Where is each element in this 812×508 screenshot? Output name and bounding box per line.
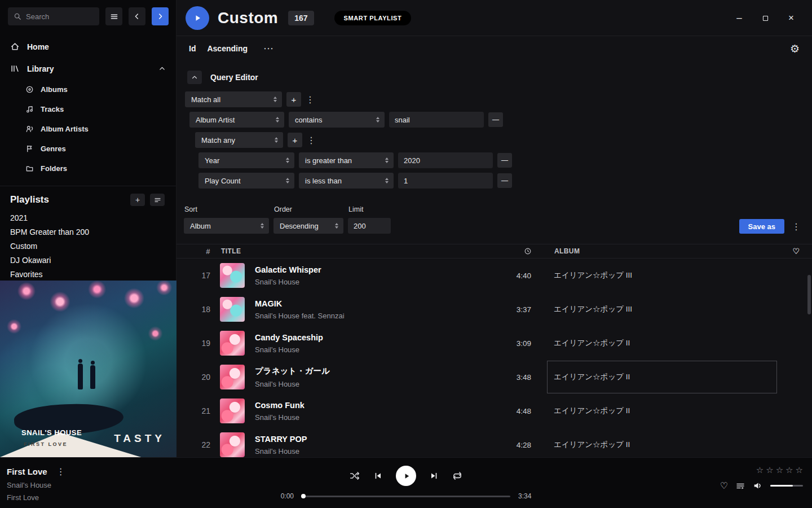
rule-operator-value: is greater than xyxy=(305,156,381,165)
sidebar-item-folders[interactable]: Folders xyxy=(0,159,176,178)
rule-operator-select[interactable]: is less than xyxy=(299,173,394,189)
rating-star-icon[interactable]: ☆ xyxy=(756,465,764,475)
volume-fill xyxy=(770,485,793,487)
query-editor-title: Query Editor xyxy=(210,73,258,82)
column-duration[interactable] xyxy=(475,247,537,255)
rule-value-input[interactable] xyxy=(398,152,493,168)
column-title[interactable]: TITLE xyxy=(221,247,475,255)
remove-rule-button[interactable]: — xyxy=(497,173,512,188)
albums-label: Albums xyxy=(41,85,68,94)
minimize-button[interactable]: – xyxy=(726,7,752,29)
favorite-heart-icon[interactable]: ♡ xyxy=(720,480,728,491)
rule-operator-select[interactable]: is greater than xyxy=(299,152,394,168)
track-row[interactable]: 17 Galactic Whisper Snail's House 4:40 エ… xyxy=(176,259,812,292)
chevron-up-icon[interactable] xyxy=(158,65,166,72)
repeat-button[interactable] xyxy=(452,471,462,481)
playlist-item-2021[interactable]: 2021 xyxy=(0,211,176,225)
artwork-figure xyxy=(78,364,83,389)
rule-operator-select[interactable]: contains xyxy=(289,112,385,128)
column-favorite heart-icon[interactable]: ♡ xyxy=(780,247,812,256)
select-arrows-icon xyxy=(335,223,338,229)
queue-icon[interactable] xyxy=(736,481,745,491)
rating-star-icon[interactable]: ☆ xyxy=(766,465,773,475)
album-art-thumbnail xyxy=(220,398,245,423)
column-number[interactable]: # xyxy=(176,247,210,256)
search-box[interactable] xyxy=(8,7,99,25)
sidebar-item-album-artists[interactable]: Album Artists xyxy=(0,119,176,139)
menu-button[interactable] xyxy=(105,7,122,25)
previous-track-button[interactable] xyxy=(373,471,382,480)
transport-section: 0:00 3:34 xyxy=(273,463,539,500)
more-options-icon[interactable]: ⋯ xyxy=(263,46,273,51)
rule-field-select[interactable]: Year xyxy=(198,152,294,168)
sidebar-item-tracks[interactable]: Tracks xyxy=(0,99,176,119)
group-menu-icon[interactable]: ⋮ xyxy=(307,135,315,146)
limit-input[interactable] xyxy=(348,218,391,234)
home-label: Home xyxy=(27,42,49,51)
playlist-item-custom[interactable]: Custom xyxy=(0,239,176,253)
column-album[interactable]: ALBUM xyxy=(554,247,780,255)
nav-back-button[interactable] xyxy=(129,7,145,25)
play-playlist-button[interactable] xyxy=(186,6,209,30)
collapse-query-editor-button[interactable] xyxy=(187,71,202,84)
next-track-button[interactable] xyxy=(430,471,439,480)
playlist-list-button[interactable] xyxy=(150,194,165,206)
sidebar-item-home[interactable]: Home xyxy=(0,36,176,58)
sort-direction-button[interactable]: Ascending xyxy=(207,44,248,53)
track-row[interactable]: 21 Cosmo Funk Snail's House 4:48 エイリアン☆ポ… xyxy=(176,394,812,428)
remove-rule-button[interactable]: — xyxy=(488,112,503,127)
match-mode-select[interactable]: Match all xyxy=(185,91,282,107)
search-input[interactable] xyxy=(26,12,88,21)
rating-star-icon[interactable]: ☆ xyxy=(796,465,803,475)
rating-star-icon[interactable]: ☆ xyxy=(776,465,783,475)
playlist-item-dj-okawari[interactable]: DJ Okawari xyxy=(0,253,176,267)
sidebar-item-albums[interactable]: Albums xyxy=(0,80,176,99)
folders-label: Folders xyxy=(41,164,67,173)
rule-value-input[interactable] xyxy=(398,173,493,189)
add-rule-button[interactable]: + xyxy=(288,133,302,147)
track-number: 19 xyxy=(176,339,210,348)
sort-field-button[interactable]: Id xyxy=(189,44,196,53)
sidebar-item-genres[interactable]: Genres xyxy=(0,139,176,159)
player-bar: First Love ⋮ Snail's House First Love xyxy=(0,457,812,508)
playlist-label: DJ Okawari xyxy=(10,256,51,265)
remove-rule-button[interactable]: — xyxy=(497,153,512,168)
volume-icon[interactable] xyxy=(753,481,762,491)
add-playlist-button[interactable]: + xyxy=(130,194,145,206)
match-mode-select[interactable]: Match any xyxy=(195,132,283,148)
track-artist: Snail's House xyxy=(255,447,475,456)
artwork-artist-text: SNAIL'S HOUSE xyxy=(21,428,82,437)
now-playing-menu-icon[interactable]: ⋮ xyxy=(56,466,64,477)
group-menu-icon[interactable]: ⋮ xyxy=(306,94,314,105)
scrollbar-thumb[interactable] xyxy=(807,275,811,314)
settings-gear-icon[interactable]: ⚙ xyxy=(790,42,800,55)
seek-bar[interactable] xyxy=(302,496,510,497)
save-as-button[interactable]: Save as xyxy=(739,219,784,234)
query-editor: Query Editor Match all + ⋮ Album Artist xyxy=(176,71,812,189)
track-artist: Snail's House xyxy=(255,345,475,354)
save-menu-icon[interactable]: ⋮ xyxy=(792,221,800,232)
rule-field-select[interactable]: Play Count xyxy=(198,173,294,189)
rating-star-icon[interactable]: ☆ xyxy=(785,465,793,475)
now-playing-artwork[interactable]: SNAIL'S HOUSE FIRST LOVE TASTY xyxy=(0,281,176,457)
seek-handle[interactable] xyxy=(301,494,306,498)
sidebar-item-library[interactable]: Library xyxy=(0,58,176,80)
shuffle-button[interactable] xyxy=(350,471,360,481)
playlist-item-favorites[interactable]: Favorites xyxy=(0,267,176,281)
track-row[interactable]: 22 STARRY POP Snail's House 4:28 エイリアン☆ポ… xyxy=(176,428,812,457)
track-row[interactable]: 18 MAGIK Snail's House feat. Sennzai 3:3… xyxy=(176,292,812,326)
play-pause-button[interactable] xyxy=(396,466,416,486)
maximize-button[interactable] xyxy=(752,7,778,29)
sort-select[interactable]: Album xyxy=(184,218,269,234)
close-button[interactable]: × xyxy=(778,7,804,29)
add-rule-button[interactable]: + xyxy=(286,92,301,107)
order-select[interactable]: Descending xyxy=(273,218,343,234)
volume-slider[interactable] xyxy=(770,485,803,487)
rule-field-select[interactable]: Album Artist xyxy=(189,112,284,128)
nav-forward-button[interactable] xyxy=(152,7,169,25)
select-arrows-icon xyxy=(273,97,277,102)
track-row[interactable]: 19 Candy Spaceship Snail's House 3:09 エイ… xyxy=(176,326,812,360)
playlist-item-bpm[interactable]: BPM Greater than 200 xyxy=(0,225,176,239)
track-row-selected[interactable]: 20 プラネット・ガール Snail's House 3:48 エイリアン☆ポッ… xyxy=(176,360,812,394)
rule-value-input[interactable] xyxy=(389,112,484,128)
